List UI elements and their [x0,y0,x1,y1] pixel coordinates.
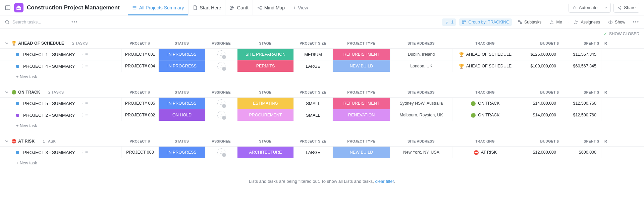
add-view-button[interactable]: + View [289,0,312,15]
cell-budget[interactable]: $100,000,000 [518,60,561,72]
col-spent[interactable]: SPENT $ [561,90,601,94]
open-task-icon[interactable]: ⋮≡ [80,52,88,57]
cell-stage[interactable]: PROCUREMENT [237,109,293,121]
assignee-placeholder[interactable] [217,148,225,156]
cell-address[interactable]: Melbourn, Royston, UK [390,109,452,121]
cell-tracking[interactable]: 🟢ON TRACK [452,109,518,121]
assignee-placeholder[interactable] [217,99,225,107]
cell-type[interactable]: NEW BUILD [332,147,390,158]
col-assignee[interactable]: ASSIGNEE [205,41,237,45]
task-row[interactable]: PROJECT 2 - SUMMARY ⋮≡ PROJECT# 002 ON H… [0,109,644,121]
cell-address[interactable]: Dublin, Ireland [390,49,452,60]
col-stage[interactable]: STAGE [237,90,293,94]
col-type[interactable]: PROJECT TYPE [332,139,390,143]
tab-all-projects-summary[interactable]: All Projects Summary [128,0,189,15]
task-row[interactable]: PROJECT 3 - SUMMARY ⋮≡ PROJECT 003 IN PR… [0,146,644,158]
cell-assignee[interactable] [205,60,237,72]
col-size[interactable]: PROJECT SIZE [293,90,332,94]
col-assignee[interactable]: ASSIGNEE [205,139,237,143]
cell-address[interactable]: New York, NY, USA [390,147,452,158]
cell-assignee[interactable] [205,147,237,158]
tab-mind-map[interactable]: Mind Map [253,0,289,15]
col-address[interactable]: SITE ADDRESS [390,90,452,94]
task-row[interactable]: PROJECT 1 - SUMMARY ⋮≡ PROJECT# 001 IN P… [0,48,644,60]
clear-filter-link[interactable]: clear filter [375,179,394,184]
col-spent[interactable]: SPENT $ [561,139,601,143]
cell-type[interactable]: REFURBISHMENT [332,98,390,109]
cell-type[interactable]: RENEVATION [332,109,390,121]
task-row[interactable]: PROJECT 5 - SUMMARY ⋮≡ PROJECT# 005 IN P… [0,97,644,109]
cell-tracking[interactable]: 🏆AHEAD OF SCHEDULE [452,49,518,60]
col-stage[interactable]: STAGE [237,139,293,143]
col-project-num[interactable]: PROJECT # [121,41,158,45]
cell-project-num[interactable]: PROJECT# 001 [121,49,158,60]
cell-size[interactable]: SMALL [293,98,332,109]
col-type[interactable]: PROJECT TYPE [332,41,390,45]
col-budget[interactable]: BUDGET $ [518,41,561,45]
col-r[interactable]: R [601,41,610,45]
col-budget[interactable]: BUDGET $ [518,139,561,143]
col-tracking[interactable]: TRACKING [452,90,518,94]
cell-stage[interactable]: PERMITS [237,60,293,72]
show-chip[interactable]: Show [605,18,628,26]
search-more-icon[interactable]: ••• [71,19,78,24]
col-size[interactable]: PROJECT SIZE [293,139,332,143]
col-project-num[interactable]: PROJECT # [121,139,158,143]
chevron-down-icon[interactable] [4,41,9,46]
col-status[interactable]: STATUS [158,139,205,143]
col-address[interactable]: SITE ADDRESS [390,139,452,143]
show-closed-toggle[interactable]: SHOW CLOSED [609,32,639,36]
cell-budget[interactable]: $125,000,000 [518,49,561,60]
new-task-button[interactable]: + New task [0,158,644,171]
cell-size[interactable]: LARGE [293,147,332,158]
cell-spent[interactable]: $12,500,760 [561,109,601,121]
cell-size[interactable]: SMALL [293,109,332,121]
open-task-icon[interactable]: ⋮≡ [80,112,88,118]
group-name[interactable]: 🏆 AHEAD OF SCHEDULE 2 TASKS [11,41,121,46]
task-row[interactable]: PROJECT 4 - SUMMARY ⋮≡ PROJECT# 004 IN P… [0,60,644,72]
cell-tracking[interactable]: ⛔AT RISK [452,147,518,158]
cell-budget[interactable]: $12,000,000 [518,147,561,158]
col-spent[interactable]: SPENT $ [561,41,601,45]
cell-size[interactable]: MEDIUM [293,49,332,60]
assignee-placeholder[interactable] [217,50,225,58]
cell-spent[interactable]: $600,000 [561,147,601,158]
open-task-icon[interactable]: ⋮≡ [80,150,88,155]
sidebar-toggle-icon[interactable] [5,5,11,11]
cell-status[interactable]: ON HOLD [158,109,205,121]
cell-spent[interactable]: $12,500,760 [561,98,601,109]
cell-assignee[interactable] [205,109,237,121]
tab-start-here[interactable]: Start Here [189,0,226,15]
cell-stage[interactable]: SITE PREPARATION [237,49,293,60]
chevron-down-icon[interactable] [4,139,9,144]
cell-status[interactable]: IN PROGRESS [158,147,205,158]
cell-project-num[interactable]: PROJECT# 004 [121,60,158,72]
assignees-chip[interactable]: Assignees [571,18,603,26]
tab-gantt[interactable]: Gantt [225,0,253,15]
cell-spent[interactable]: $11,567,345 [561,49,601,60]
cell-status[interactable]: IN PROGRESS [158,98,205,109]
share-button[interactable]: Share [613,3,639,13]
cell-spent[interactable]: $60,567,345 [561,60,601,72]
open-task-icon[interactable]: ⋮≡ [80,101,88,106]
assignee-placeholder[interactable] [217,62,225,70]
open-task-icon[interactable]: ⋮≡ [80,63,88,69]
cell-type[interactable]: NEW BUILD [332,60,390,72]
cell-status[interactable]: IN PROGRESS [158,60,205,72]
group-name[interactable]: 🟢 ON TRACK 2 TASKS [11,90,121,95]
cell-stage[interactable]: ARCHITECTURE [237,147,293,158]
cell-project-num[interactable]: PROJECT# 002 [121,109,158,121]
col-project-num[interactable]: PROJECT # [121,90,158,94]
col-status[interactable]: STATUS [158,41,205,45]
new-task-button[interactable]: + New task [0,121,644,134]
cell-budget[interactable]: $14,000,000 [518,109,561,121]
col-address[interactable]: SITE ADDRESS [390,41,452,45]
cell-status[interactable]: IN PROGRESS [158,49,205,60]
cell-project-num[interactable]: PROJECT 003 [121,147,158,158]
cell-project-num[interactable]: PROJECT# 005 [121,98,158,109]
col-assignee[interactable]: ASSIGNEE [205,90,237,94]
cell-size[interactable]: LARGE [293,60,332,72]
col-r[interactable]: R [601,139,610,143]
cell-tracking[interactable]: 🟢ON TRACK [452,98,518,109]
assignee-placeholder[interactable] [217,111,225,119]
